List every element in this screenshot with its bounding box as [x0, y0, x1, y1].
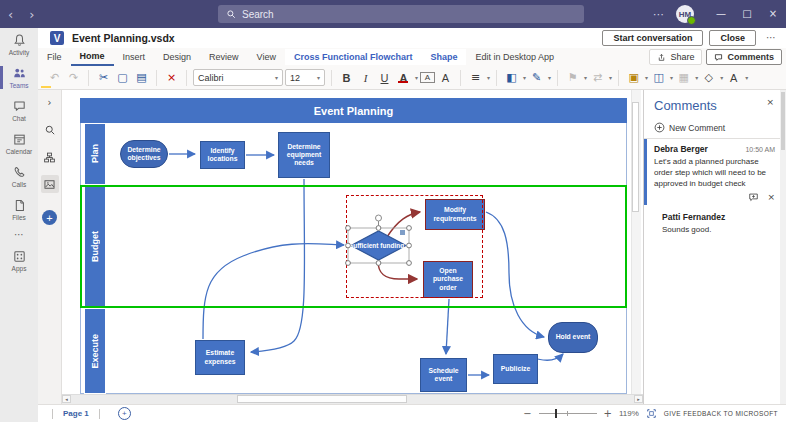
font-name-select[interactable]: Calibri ▾ — [193, 69, 283, 86]
tab-edit-in-desktop-app[interactable]: Edit in Desktop App — [466, 49, 563, 65]
underline-button[interactable]: U — [376, 72, 393, 84]
connector-expenses-funding[interactable] — [203, 244, 344, 339]
zoom-out-icon[interactable]: − — [523, 409, 531, 419]
line-color-button[interactable]: ✎ — [528, 72, 545, 83]
fit-to-window-icon[interactable] — [646, 408, 657, 419]
chevron-down-icon[interactable]: ▾ — [670, 75, 673, 81]
arrange-button[interactable]: ⚑ — [564, 72, 581, 83]
avatar[interactable]: HM — [676, 5, 694, 23]
sidebar-item-calendar[interactable]: Calendar — [0, 127, 38, 160]
bold-button[interactable]: B — [338, 72, 355, 84]
window-maximize-icon[interactable]: □ — [734, 9, 760, 19]
forward-icon[interactable]: › — [21, 8, 42, 21]
feedback-link[interactable]: GIVE FEEDBACK TO MICROSOFT — [664, 410, 778, 417]
position-button[interactable]: ⇄ — [589, 72, 606, 83]
shape-estimate-expenses[interactable]: Estimate expenses — [195, 340, 245, 375]
close-document-button[interactable]: Close — [709, 30, 756, 46]
chevron-down-icon[interactable]: ▾ — [695, 75, 698, 81]
back-icon[interactable]: ‹ — [0, 8, 21, 21]
share-button[interactable]: Share — [649, 49, 702, 65]
shapes-panel-button[interactable] — [41, 148, 59, 166]
chevron-down-icon[interactable]: ▾ — [584, 75, 587, 81]
sidebar-item-chat[interactable]: Chat — [0, 94, 38, 127]
shape-identify-locations[interactable]: Identify locations — [200, 141, 245, 169]
chevron-down-icon[interactable]: ▾ — [609, 75, 612, 81]
shape-modify-requirements[interactable]: Modify requirements — [425, 199, 485, 230]
chevron-down-icon[interactable]: ▾ — [548, 75, 551, 81]
sidebar-more-icon[interactable]: ⋯ — [0, 226, 38, 244]
reply-icon[interactable] — [748, 192, 759, 203]
sidebar-item-teams[interactable]: Teams — [0, 61, 38, 94]
group-button[interactable]: ▣ — [625, 72, 642, 83]
shape-determine-equipment-needs[interactable]: Determine equipment needs — [278, 132, 330, 178]
sidebar-item-files[interactable]: Files — [0, 193, 38, 226]
shape-open-purchase-order[interactable]: Open purchase order — [423, 261, 473, 298]
text-block-button[interactable]: A — [420, 72, 435, 83]
page-tab[interactable]: Page 1 — [53, 409, 99, 418]
tab-cross-functional-flowchart[interactable]: Cross Functional Flowchart — [285, 49, 422, 65]
sidebar-item-calls[interactable]: Calls — [0, 160, 38, 193]
drawing-canvas[interactable]: Event Planning Plan Budget Execute Deter… — [62, 90, 643, 404]
tab-home[interactable]: Home — [71, 48, 114, 66]
shape-style-button[interactable]: ◇ — [700, 72, 717, 83]
slider-thumb[interactable] — [555, 409, 558, 418]
zoom-in-icon[interactable]: + — [604, 409, 612, 419]
comment-reply[interactable]: Patti Fernandez Sounds good. — [662, 212, 774, 236]
paste-icon[interactable]: ▤ — [133, 72, 150, 83]
window-close-icon[interactable]: × — [760, 9, 786, 19]
delete-icon[interactable]: × — [163, 72, 180, 83]
pan-zoom-button[interactable] — [41, 121, 59, 139]
comments-close-icon[interactable]: × — [766, 98, 774, 107]
window-minimize-icon[interactable]: — — [708, 9, 734, 19]
shape-determine-objectives[interactable]: Determine objectives — [120, 140, 168, 168]
tab-view[interactable]: View — [248, 49, 285, 65]
zoom-level[interactable]: 119% — [619, 409, 639, 418]
zoom-slider[interactable] — [539, 413, 597, 414]
sidebar-item-activity[interactable]: Activity — [0, 28, 38, 61]
horizontal-scroll-thumb[interactable] — [237, 395, 407, 403]
text-effects-button[interactable]: A — [725, 72, 742, 84]
tab-review[interactable]: Review — [200, 49, 248, 65]
copy-icon[interactable]: ▢ — [114, 72, 131, 83]
comment-thread[interactable]: Debra Berger 10:50 AM Let's add a planne… — [644, 139, 781, 205]
shape-schedule-event[interactable]: Schedule event — [420, 358, 467, 392]
connector-equipment-expenses[interactable] — [251, 179, 305, 352]
font-color-button[interactable]: A — [395, 72, 412, 84]
tab-shape[interactable]: Shape — [421, 49, 466, 65]
new-comment-button[interactable]: New Comment — [654, 122, 725, 133]
undo-icon[interactable]: ↶ — [46, 72, 63, 83]
font-size-select[interactable]: 12 ▾ — [285, 69, 325, 86]
chevron-down-icon[interactable]: ▾ — [487, 75, 490, 81]
redo-icon[interactable]: ↷ — [65, 72, 82, 83]
chevron-down-icon[interactable]: ▾ — [415, 75, 418, 81]
grow-font-button[interactable]: A — [437, 72, 454, 84]
connector-purchase-schedule[interactable] — [446, 299, 449, 354]
images-panel-button[interactable] — [41, 175, 59, 193]
scroll-right-icon[interactable]: ▸ — [634, 395, 643, 403]
sidebar-item-apps[interactable]: Apps — [0, 244, 38, 277]
document-more-icon[interactable]: ⋯ — [762, 33, 780, 43]
tab-insert[interactable]: Insert — [114, 49, 155, 65]
delete-comment-icon[interactable]: × — [767, 193, 775, 202]
shape-hold-event[interactable]: Hold event — [548, 322, 598, 353]
scroll-left-icon[interactable]: ◂ — [62, 395, 71, 403]
fill-color-button[interactable]: ◧ — [503, 72, 520, 83]
connector-modify-hold[interactable] — [486, 212, 544, 337]
container-button[interactable]: ▦ — [675, 72, 692, 83]
search-input[interactable]: Search — [218, 5, 584, 23]
chevron-down-icon[interactable]: ▾ — [745, 75, 748, 81]
add-shape-button[interactable]: + — [42, 210, 57, 225]
italic-button[interactable]: I — [357, 72, 374, 84]
cut-icon[interactable]: ✂ — [95, 72, 112, 83]
start-conversation-button[interactable]: Start conversation — [602, 30, 703, 46]
chevron-down-icon[interactable]: ▾ — [523, 75, 526, 81]
comments-button[interactable]: Comments — [706, 49, 782, 65]
expand-panel-icon[interactable]: › — [41, 94, 59, 112]
panel-scroll-thumb[interactable] — [781, 92, 785, 150]
connector-button[interactable]: ◫ — [650, 72, 667, 83]
tab-design[interactable]: Design — [154, 49, 200, 65]
chevron-down-icon[interactable]: ▾ — [720, 75, 723, 81]
tab-file[interactable]: File — [38, 49, 71, 65]
shape-publicize[interactable]: Publicize — [493, 354, 538, 384]
shape-sufficient-funding[interactable]: Sufficient funding? — [346, 231, 411, 260]
